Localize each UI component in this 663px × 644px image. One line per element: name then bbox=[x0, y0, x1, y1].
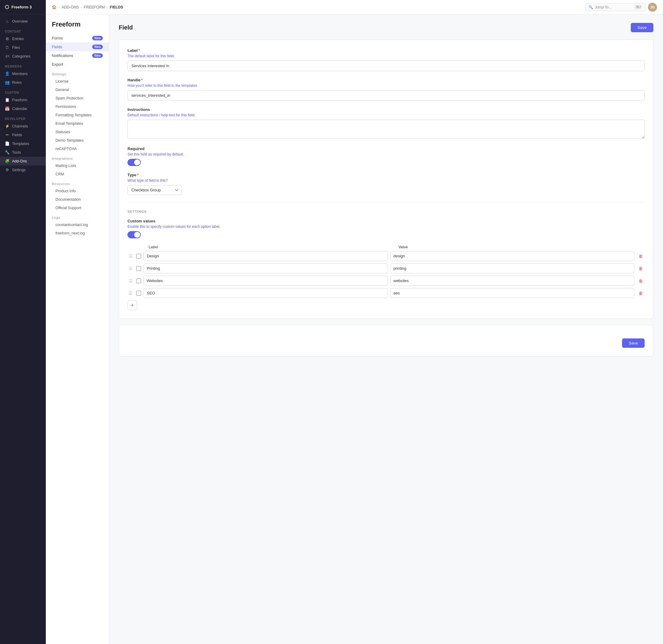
sec-nav-export[interactable]: Export bbox=[46, 60, 109, 69]
sidebar-item-freeform[interactable]: 📋 Freeform bbox=[0, 95, 46, 104]
breadcrumb-freeform[interactable]: FREEFORM bbox=[84, 5, 105, 9]
handle-field-group: Handle* How you'll refer to this field i… bbox=[128, 78, 645, 101]
sidebar-item-channels[interactable]: ⚡ Channels bbox=[0, 122, 46, 131]
secondary-nav: Freeform Forms New Fields New Notificati… bbox=[46, 15, 109, 644]
section-custom: CUSTOM bbox=[0, 87, 46, 95]
option-checkbox[interactable] bbox=[136, 254, 141, 258]
search-shortcut: ⌘J bbox=[634, 5, 642, 9]
sec-nav-spam[interactable]: Spam Protection bbox=[46, 94, 109, 102]
sidebar-item-roles[interactable]: 👥 Roles bbox=[0, 78, 46, 87]
instructions-label: Instructions bbox=[128, 107, 645, 112]
sec-nav-crm[interactable]: CRM bbox=[46, 170, 109, 178]
resources-section-label: Resources bbox=[46, 178, 109, 187]
sec-nav-mailing[interactable]: Mailing Lists bbox=[46, 162, 109, 170]
app-logo[interactable]: ⬡ Freeform 3 bbox=[0, 0, 46, 15]
search-bar[interactable]: 🔍 Jump To... ⌘J bbox=[585, 3, 645, 11]
drag-handle-icon[interactable]: ☰ bbox=[128, 290, 134, 297]
delete-option-icon[interactable]: 🗑 bbox=[637, 253, 645, 260]
breadcrumb-addons[interactable]: ADD-ONS bbox=[62, 5, 79, 9]
label-input[interactable] bbox=[128, 61, 645, 71]
sidebar-item-members[interactable]: 👤 Members bbox=[0, 69, 46, 78]
sidebar-item-overview[interactable]: ⌂ Overview bbox=[0, 17, 46, 26]
search-icon: 🔍 bbox=[589, 5, 593, 9]
option-value-input[interactable] bbox=[390, 263, 635, 273]
sec-nav-support[interactable]: Official Support bbox=[46, 204, 109, 212]
label-field-hint: The default label for this field. bbox=[128, 54, 645, 58]
drag-handle-icon[interactable]: ☰ bbox=[128, 265, 134, 272]
sec-nav-permissions[interactable]: Permissions bbox=[46, 102, 109, 111]
option-value-input[interactable] bbox=[390, 276, 635, 286]
option-label-input[interactable] bbox=[143, 251, 388, 261]
option-checkbox[interactable] bbox=[136, 291, 141, 296]
instructions-input[interactable] bbox=[128, 120, 645, 139]
delete-option-icon[interactable]: 🗑 bbox=[637, 277, 645, 284]
sidebar-item-tools[interactable]: 🔧 Tools bbox=[0, 148, 46, 157]
drag-handle-icon[interactable]: ☰ bbox=[128, 277, 134, 284]
sidebar-item-categories[interactable]: 🏷 Categories bbox=[0, 52, 46, 61]
add-option-button[interactable]: + bbox=[128, 300, 137, 310]
option-checkbox[interactable] bbox=[136, 266, 141, 271]
sec-nav-forms[interactable]: Forms New bbox=[46, 34, 109, 43]
option-row: ☰ 🗑 bbox=[128, 251, 645, 261]
required-toggle[interactable] bbox=[128, 159, 141, 166]
topbar: 🏠 › ADD-ONS › FREEFORM › FIELDS 🔍 Jump T… bbox=[46, 0, 663, 15]
option-label-input[interactable] bbox=[143, 288, 388, 298]
sidebar-item-fields[interactable]: ✏ Fields bbox=[0, 131, 46, 139]
option-checkbox[interactable] bbox=[136, 278, 141, 283]
save-button-bottom[interactable]: Save bbox=[622, 339, 645, 348]
save-button-top[interactable]: Save bbox=[631, 23, 653, 32]
sidebar-item-addons[interactable]: 🧩 Add-Ons bbox=[0, 157, 46, 165]
sec-nav-email[interactable]: Email Templates bbox=[46, 119, 109, 128]
instructions-field-group: Instructions Default instructions / help… bbox=[128, 107, 645, 140]
sec-nav-docs[interactable]: Documentation bbox=[46, 195, 109, 204]
sidebar-item-entries[interactable]: ⊞ Entries bbox=[0, 34, 46, 43]
sec-nav-recaptcha[interactable]: reCAPTCHA bbox=[46, 145, 109, 153]
settings-section-label: Settings bbox=[46, 69, 109, 77]
breadcrumb: 🏠 › ADD-ONS › FREEFORM › FIELDS bbox=[52, 5, 123, 9]
logs-section-label: Logs bbox=[46, 212, 109, 221]
toggle-knob bbox=[134, 159, 140, 165]
section-content: CONTENT bbox=[0, 26, 46, 34]
option-label-input[interactable] bbox=[143, 276, 388, 286]
logo-icon: ⬡ bbox=[5, 4, 9, 10]
content-area: Freeform Forms New Fields New Notificati… bbox=[46, 15, 663, 644]
settings-section-label: SETTINGS bbox=[128, 210, 645, 213]
options-header: Label Value bbox=[128, 245, 645, 251]
sidebar-item-calendar[interactable]: 📅 Calendar bbox=[0, 104, 46, 113]
delete-option-icon[interactable]: 🗑 bbox=[637, 290, 645, 297]
breadcrumb-current: FIELDS bbox=[110, 5, 123, 9]
option-row: ☰ 🗑 bbox=[128, 276, 645, 286]
sec-nav-product[interactable]: Product Info bbox=[46, 187, 109, 195]
handle-field-hint: How you'll refer to this field in the te… bbox=[128, 84, 645, 88]
sidebar-item-files[interactable]: 🗋 Files bbox=[0, 43, 46, 52]
delete-option-icon[interactable]: 🗑 bbox=[637, 265, 645, 272]
overview-icon: ⌂ bbox=[5, 19, 10, 23]
option-value-input[interactable] bbox=[390, 288, 635, 298]
main-area: 🏠 › ADD-ONS › FREEFORM › FIELDS 🔍 Jump T… bbox=[46, 0, 663, 644]
custom-values-label: Custom values bbox=[128, 219, 645, 223]
option-label-input[interactable] bbox=[143, 263, 388, 273]
sec-nav-ff-log[interactable]: freeform_next.log bbox=[46, 229, 109, 237]
drag-handle-icon[interactable]: ☰ bbox=[128, 253, 134, 260]
user-avatar[interactable]: JD bbox=[648, 3, 657, 12]
sec-nav-fields[interactable]: Fields New bbox=[46, 43, 109, 51]
sec-nav-general[interactable]: General bbox=[46, 86, 109, 94]
sidebar-item-settings[interactable]: ⚙ Settings bbox=[0, 165, 46, 174]
type-field-group: Type* What type of field is this? Checkb… bbox=[128, 173, 645, 195]
breadcrumb-home-icon[interactable]: 🏠 bbox=[52, 5, 56, 9]
required-label: Required bbox=[128, 146, 645, 151]
sec-nav-cc-log[interactable]: constantcontact.log bbox=[46, 221, 109, 229]
handle-input[interactable] bbox=[128, 90, 645, 101]
sec-nav-demo[interactable]: Demo Templates bbox=[46, 136, 109, 145]
field-form-card: Label* The default label for this field.… bbox=[119, 40, 653, 319]
sec-nav-statuses[interactable]: Statuses bbox=[46, 128, 109, 136]
sec-nav-notifications[interactable]: Notifications New bbox=[46, 51, 109, 60]
custom-values-toggle[interactable] bbox=[128, 231, 141, 238]
sec-nav-formatting[interactable]: Formatting Templates bbox=[46, 111, 109, 119]
type-select[interactable]: Checkbox Group Text Textarea Email Selec… bbox=[128, 185, 182, 195]
sec-nav-license[interactable]: License bbox=[46, 77, 109, 86]
sidebar-item-templates[interactable]: 📄 Templates bbox=[0, 139, 46, 148]
option-value-input[interactable] bbox=[390, 251, 635, 261]
label-field-label: Label* bbox=[128, 48, 645, 53]
required-hint: Set this field as required by default. bbox=[128, 152, 645, 156]
